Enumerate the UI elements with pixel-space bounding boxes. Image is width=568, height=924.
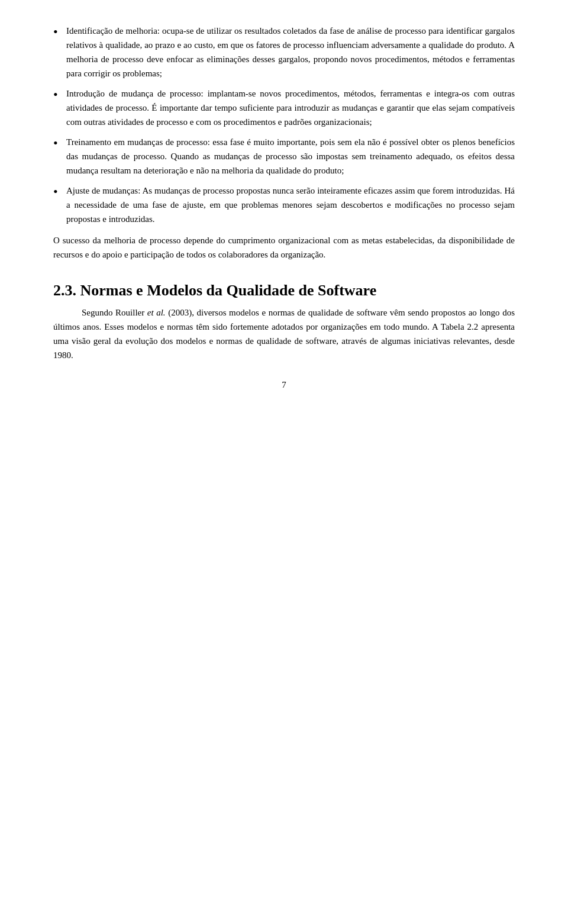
main-content: • Identificação de melhoria: ocupa-se de…	[53, 24, 515, 362]
section-heading: 2.3. Normas e Modelos da Qualidade de So…	[53, 281, 515, 301]
bullet-icon: •	[53, 181, 66, 202]
section-paragraph-1: Segundo Rouiller et al. (2003), diversos…	[53, 305, 515, 362]
page: • Identificação de melhoria: ocupa-se de…	[0, 0, 568, 924]
bullet-text-3: Treinamento em mudanças de processo: ess…	[66, 135, 515, 178]
bullet-text-4: Ajuste de mudanças: As mudanças de proce…	[66, 183, 515, 226]
section-title: Normas e Modelos da Qualidade de Softwar…	[80, 282, 377, 299]
list-item: • Ajuste de mudanças: As mudanças de pro…	[53, 183, 515, 226]
list-item: • Introdução de mudança de processo: imp…	[53, 86, 515, 129]
list-item: • Treinamento em mudanças de processo: e…	[53, 135, 515, 178]
bullet-text-2: Introdução de mudança de processo: impla…	[66, 86, 515, 129]
bullet-icon: •	[53, 21, 66, 42]
section-number: 2.3.	[53, 282, 76, 299]
bullet-text-1: Identificação de melhoria: ocupa-se de u…	[66, 24, 515, 81]
bullet-list: • Identificação de melhoria: ocupa-se de…	[53, 24, 515, 226]
closing-paragraph: O sucesso da melhoria de processo depend…	[53, 233, 515, 262]
bullet-icon: •	[53, 133, 66, 153]
list-item: • Identificação de melhoria: ocupa-se de…	[53, 24, 515, 81]
page-number: 7	[53, 380, 515, 390]
bullet-icon: •	[53, 84, 66, 105]
